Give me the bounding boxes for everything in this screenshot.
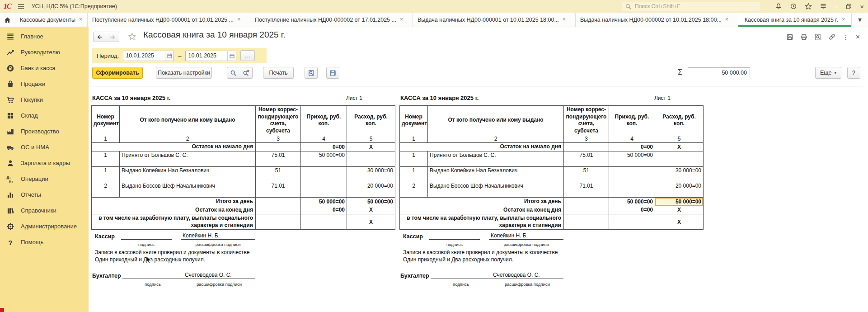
- including-label[interactable]: в том числе на заработную плату, выплаты…: [400, 214, 564, 230]
- doc-desc-cell[interactable]: Принято от Большов С. С.: [428, 151, 564, 166]
- history-clock-icon[interactable]: [790, 3, 797, 10]
- closing-account-cell[interactable]: [256, 206, 301, 214]
- col-header-from-whom[interactable]: От кого получено или кому выдано: [428, 106, 564, 135]
- search-input[interactable]: [634, 3, 757, 10]
- total-label[interactable]: Итого за день: [400, 197, 564, 206]
- tabs-overflow-chevron-icon[interactable]: ▾: [852, 13, 868, 27]
- col-num-3[interactable]: 3: [256, 135, 301, 143]
- total-account-cell[interactable]: [564, 197, 609, 206]
- close-icon[interactable]: ×: [237, 17, 240, 23]
- save-icon[interactable]: [786, 33, 793, 41]
- back-button[interactable]: [93, 32, 106, 42]
- doc-account-cell[interactable]: 51: [564, 166, 609, 182]
- total-prihod-cell[interactable]: 50 000=00: [301, 197, 347, 206]
- col-header-rashod[interactable]: Расход, руб. коп.: [655, 106, 704, 135]
- including-label[interactable]: в том числе на заработную плату, выплаты…: [92, 214, 256, 230]
- total-account-cell[interactable]: [256, 197, 301, 206]
- opening-rashod-cell[interactable]: X: [347, 143, 395, 151]
- forward-button[interactable]: [106, 32, 119, 42]
- sidebar-item-help[interactable]: ? Помощь: [0, 234, 89, 250]
- period-from-field[interactable]: [123, 51, 174, 61]
- col-header-from-whom[interactable]: От кого получено или кому выдано: [120, 106, 256, 135]
- opening-balance-label[interactable]: Остаток на начало дня: [92, 143, 256, 151]
- notifications-bell-icon[interactable]: [775, 3, 782, 10]
- doc-account-cell[interactable]: 75.01: [564, 151, 609, 166]
- print-preview-icon[interactable]: [814, 33, 821, 41]
- col-num-5[interactable]: 5: [347, 135, 395, 143]
- doc-desc-cell[interactable]: Выдано Боссов Шеф Начальникович: [428, 182, 564, 197]
- sidebar-item-warehouse[interactable]: Склад: [0, 108, 89, 123]
- close-icon[interactable]: ×: [842, 17, 845, 23]
- doc-rashod-cell[interactable]: 30 000=00: [347, 166, 395, 182]
- doc-number-cell[interactable]: 1: [400, 151, 428, 166]
- sidebar-item-manager[interactable]: Руководителю: [0, 44, 89, 60]
- col-num-2[interactable]: 2: [120, 135, 256, 143]
- doc-number-cell[interactable]: 1: [92, 151, 120, 166]
- doc-number-cell[interactable]: 2: [400, 182, 428, 197]
- col-header-account[interactable]: Номер коррес-пондирующего счета, субсчет…: [256, 106, 301, 135]
- doc-rashod-cell[interactable]: 20 000=00: [655, 182, 704, 197]
- total-rashod-cell[interactable]: 50 000=00: [347, 197, 395, 206]
- service-menu-icon[interactable]: [820, 3, 827, 10]
- sidebar-item-main[interactable]: Главное: [0, 28, 89, 44]
- print-preview-button[interactable]: [305, 67, 318, 79]
- calendar-icon[interactable]: [227, 51, 236, 61]
- doc-account-cell[interactable]: 71.01: [256, 182, 301, 197]
- tab-cash-receipt-1[interactable]: Поступление наличных НД00-000001 от 10.0…: [88, 13, 250, 27]
- opening-balance-label[interactable]: Остаток на начало дня: [400, 143, 564, 151]
- total-rashod-cell[interactable]: 50 000=00: [655, 197, 704, 206]
- closing-rashod-cell[interactable]: X: [347, 206, 395, 214]
- including-account-cell[interactable]: [564, 214, 609, 230]
- doc-desc-cell[interactable]: Выдано Копейкин Нал Безналович: [120, 166, 256, 182]
- doc-prihod-cell[interactable]: [609, 166, 655, 182]
- close-form-icon[interactable]: ×: [856, 33, 860, 41]
- global-search[interactable]: [622, 2, 760, 11]
- opening-account-cell[interactable]: [564, 143, 609, 151]
- sidebar-item-production[interactable]: Производство: [0, 123, 89, 139]
- col-num-1[interactable]: 1: [400, 135, 428, 143]
- closing-balance-label[interactable]: Остаток на конец дня: [400, 206, 564, 214]
- doc-prihod-cell[interactable]: [609, 182, 655, 197]
- calendar-icon[interactable]: [165, 51, 174, 61]
- doc-number-cell[interactable]: 1: [400, 166, 428, 182]
- restore-window-icon[interactable]: [845, 3, 852, 10]
- sidebar-item-operations[interactable]: ДтКт Операции: [0, 171, 89, 187]
- opening-prihod-cell[interactable]: 0=00: [609, 143, 655, 151]
- doc-rashod-cell[interactable]: 30 000=00: [655, 166, 704, 182]
- print-button[interactable]: Печать: [263, 67, 294, 79]
- search-button[interactable]: [227, 67, 240, 79]
- sidebar-item-reports[interactable]: Отчеты: [0, 187, 89, 203]
- opening-prihod-cell[interactable]: 0=00: [301, 143, 347, 151]
- col-num-1[interactable]: 1: [92, 135, 120, 143]
- doc-desc-cell[interactable]: Выдано Боссов Шеф Начальникович: [120, 182, 256, 197]
- sidebar-item-fixed-assets[interactable]: ОС и НМА: [0, 139, 89, 155]
- col-header-prihod[interactable]: Приход, руб. коп.: [609, 106, 655, 135]
- favorites-star-icon[interactable]: [805, 3, 812, 10]
- close-icon[interactable]: ×: [79, 17, 82, 23]
- period-to-field[interactable]: [185, 51, 236, 61]
- more-button[interactable]: Еще▾: [815, 67, 841, 79]
- total-label[interactable]: Итого за день: [92, 197, 256, 206]
- doc-number-cell[interactable]: 1: [92, 166, 120, 182]
- more-dots-icon[interactable]: ⋮: [843, 34, 849, 40]
- main-menu-icon[interactable]: [18, 4, 24, 9]
- sum-input[interactable]: [688, 68, 750, 78]
- including-prihod-cell[interactable]: [301, 214, 347, 230]
- col-header-account[interactable]: Номер коррес-пондирующего счета, субсчет…: [564, 106, 609, 135]
- doc-rashod-cell[interactable]: [655, 151, 704, 166]
- tab-cash-withdrawal-2[interactable]: Выдача наличных НД00-000002 от 10.01.202…: [576, 13, 738, 27]
- doc-prihod-cell[interactable]: 50 000=00: [609, 151, 655, 166]
- doc-rashod-cell[interactable]: 20 000=00: [347, 182, 395, 197]
- tab-cash-documents[interactable]: Кассовые документы ×: [15, 13, 88, 27]
- link-icon[interactable]: [828, 33, 836, 41]
- help-button[interactable]: ?: [847, 67, 860, 79]
- sum-field[interactable]: [688, 67, 750, 78]
- generate-button[interactable]: Сформировать: [92, 67, 143, 79]
- including-rashod-cell[interactable]: X: [347, 214, 395, 230]
- doc-number-cell[interactable]: 2: [92, 182, 120, 197]
- sidebar-item-administration[interactable]: Администрирование: [0, 218, 89, 234]
- show-settings-button[interactable]: Показать настройки: [156, 67, 212, 79]
- close-icon[interactable]: ×: [563, 17, 566, 23]
- col-header-doc-number[interactable]: Номер документа: [92, 106, 120, 135]
- close-window-icon[interactable]: ×: [860, 3, 864, 10]
